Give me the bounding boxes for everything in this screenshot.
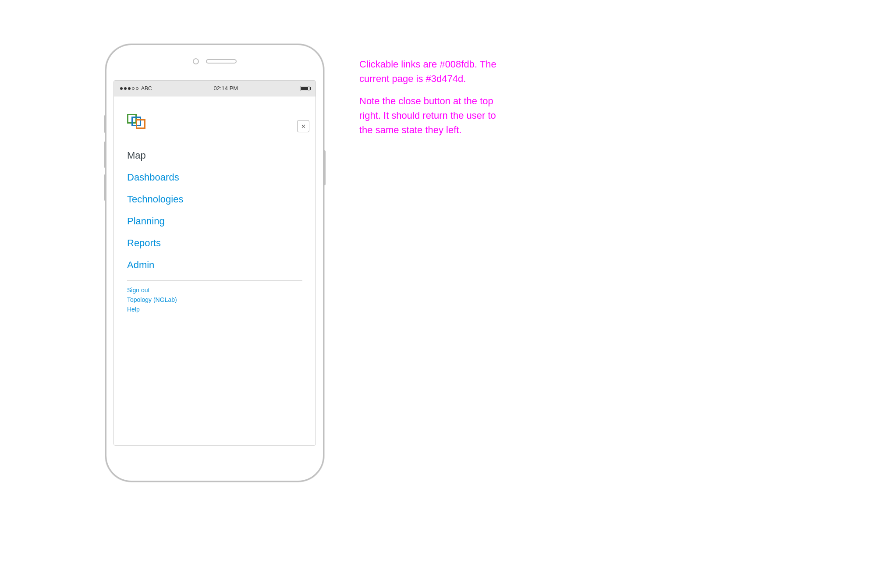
signal-dot-3 <box>128 87 131 90</box>
annotation-line1: Clickable links are #008fdb. The current… <box>359 57 508 86</box>
side-button-mute <box>104 115 106 133</box>
logo-squares <box>127 114 151 131</box>
carrier-name: ABC <box>141 85 152 92</box>
signal-dot-5 <box>136 87 138 90</box>
side-button-vol-up <box>104 142 106 168</box>
screen-content: ✕ Map Dashboards Technologies Planning R… <box>114 114 315 314</box>
status-time: 02:14 PM <box>214 85 238 92</box>
footer-links: Sign out Topology (NGLab) Help <box>127 285 302 314</box>
annotation-line2: Note the close button at the top right. … <box>359 94 508 137</box>
phone-screen: ABC 02:14 PM ✕ Map Dashboards <box>113 80 316 446</box>
signal-dot-4 <box>132 87 135 90</box>
annotation-block: Clickable links are #008fdb. The current… <box>359 57 508 145</box>
side-button-power <box>323 150 326 185</box>
battery-area <box>300 85 309 92</box>
nav-item-map[interactable]: Map <box>127 145 302 166</box>
status-bar: ABC 02:14 PM <box>114 81 315 96</box>
topology-link[interactable]: Topology (NGLab) <box>127 295 302 305</box>
signal-area: ABC <box>120 85 152 92</box>
signal-dots <box>120 87 138 90</box>
nav-list: Map Dashboards Technologies Planning Rep… <box>127 145 302 276</box>
nav-divider <box>127 280 302 281</box>
nav-item-reports[interactable]: Reports <box>127 232 302 254</box>
side-button-vol-down <box>104 174 106 201</box>
app-logo <box>127 114 302 131</box>
phone-top-area <box>193 58 237 64</box>
close-button[interactable]: ✕ <box>297 120 309 132</box>
front-camera <box>193 58 199 64</box>
phone-shell: ABC 02:14 PM ✕ Map Dashboards <box>105 44 324 482</box>
sign-out-link[interactable]: Sign out <box>127 285 302 295</box>
battery-icon <box>300 86 309 91</box>
nav-item-dashboards[interactable]: Dashboards <box>127 166 302 188</box>
help-link[interactable]: Help <box>127 305 302 314</box>
logo-square-orange <box>136 119 145 129</box>
signal-dot-2 <box>124 87 127 90</box>
nav-item-technologies[interactable]: Technologies <box>127 188 302 210</box>
earpiece-speaker <box>206 59 237 64</box>
nav-item-admin[interactable]: Admin <box>127 254 302 276</box>
nav-item-planning[interactable]: Planning <box>127 210 302 232</box>
signal-dot-1 <box>120 87 123 90</box>
